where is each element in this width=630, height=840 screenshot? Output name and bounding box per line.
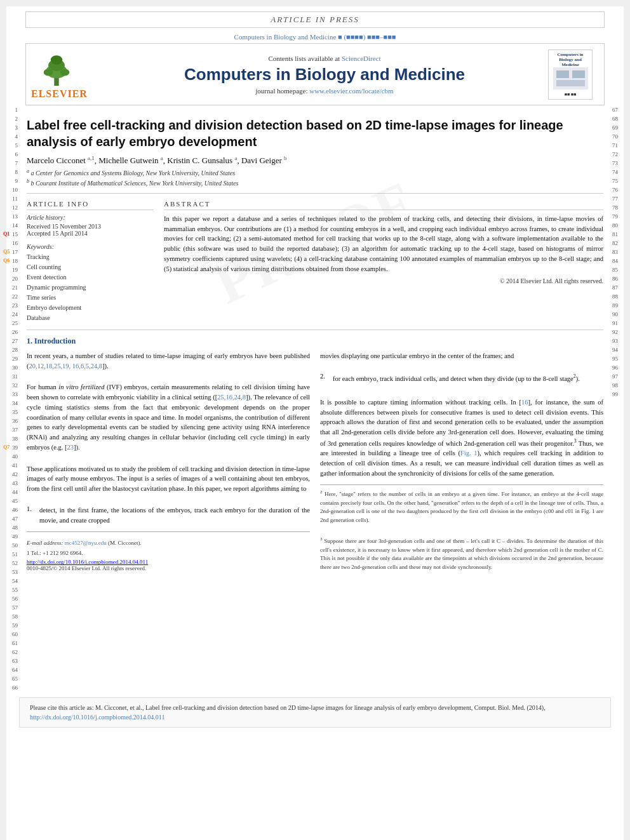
contact-email: E-mail address: mc4527@nyu.edu (M. Cicco… [27,540,310,546]
ln33: 33 [12,390,18,399]
keyword-database: Database [27,313,154,323]
ln34: 34 [12,399,18,408]
ln9: 9 [15,177,18,185]
ref-link-2[interactable]: 25,16,24,8 [217,394,246,401]
rln90: 90 [612,310,618,319]
article-title: Label free cell-tracking and division de… [27,117,603,150]
doi-link[interactable]: http://dx.doi.org/10.1016/j.compbiomed.2… [27,559,148,565]
rln81: 81 [612,230,618,239]
article-history-label: Article history: [27,214,154,221]
contact-tel: 1 Tel.: +1 212 992 6964. [27,550,310,556]
keyword-cell-counting: Cell counting [27,262,154,272]
fig1-link[interactable]: Fig. 1 [460,450,478,457]
ln38: 38 [12,434,18,443]
keyword-tracking: Tracking [27,252,154,262]
ln21: 21 [12,283,18,292]
rln80: 80 [612,221,618,230]
ln6: 6 [15,150,18,159]
ln19: 19 [12,265,18,274]
journal-link[interactable]: Computers in Biology and Medicine ■ (■■■… [234,33,396,41]
abstract-header: ABSTRACT [164,200,603,210]
list-item-2-text: for each embryo, track individual cells,… [333,373,580,383]
footnote-2: 2 Here, "stage" refers to the number of … [320,489,603,524]
ln37: 37 [12,425,18,434]
intro-right-col: movies displaying one particular embryo … [320,351,603,572]
rln76: 76 [612,185,618,194]
ln11: 11 [12,194,18,203]
elsevier-tree-icon [31,49,82,87]
ln60: 60 [12,630,18,639]
ln12: 12 [12,203,18,212]
rln89: 89 [612,301,618,310]
citation-doi-link[interactable]: http://dx.doi.org/10.1016/j.compbiomed.2… [30,714,165,721]
ln2: 2 [15,114,18,123]
ln63: 63 [12,657,18,665]
rln71: 71 [612,141,618,150]
list-item-2: 2. for each embryo, track individual cel… [320,373,603,383]
email-link[interactable]: mc4527@nyu.edu [65,540,107,546]
sciencedirect-link[interactable]: ScienceDirect [342,55,381,62]
journal-title: Computers in Biology and Medicine [107,65,542,84]
ln41: 41 [12,461,18,470]
rln72: 72 [612,150,618,159]
abstract-text: In this paper we report a database and a… [164,214,603,274]
ln47: 47 [12,514,18,523]
list-num-1: 1. [27,505,36,526]
ref-16[interactable]: 16 [521,399,528,406]
issn-line: 0010-4825/© 2014 Elsevier Ltd. All right… [27,565,310,571]
ln46: 46 [12,505,18,514]
svg-rect-7 [556,70,569,78]
intro-two-col: In recent years, a number of studies rel… [27,351,603,572]
ln32: 32 [12,381,18,390]
keyword-time-series: Time series [27,293,154,303]
ln55: 55 [12,585,18,594]
keyword-embryo-development: Embryo development [27,303,154,313]
ln39: 39 Q7 [12,443,18,452]
ln7: 7 [15,159,18,168]
doi-line: http://dx.doi.org/10.1016/j.compbiomed.2… [27,559,310,565]
keywords-section: Keywords: Tracking Cell counting Event d… [27,243,154,323]
ref-link-1[interactable]: 20,12,18,25,19, 16,6,5,24,8 [29,363,103,370]
ln57: 57 [12,603,18,612]
contents-available: Contents lists available at ScienceDirec… [107,55,542,62]
intro-section-title: 1. Introduction [27,337,603,346]
article-in-press-text: ARTICLE IN PRESS [271,15,359,24]
rln91: 91 [612,319,618,328]
ln48: 48 [12,523,18,532]
intro-para3: These applications motivated us to study… [27,464,310,494]
homepage-url[interactable]: www.elsevier.com/locate/cbm [309,87,393,95]
article-info-col: ARTICLE INFO Article history: Received 1… [27,200,154,323]
svg-point-3 [51,55,62,65]
line-numbers-left: 1 2 3 4 5 6 7 8 9 10 11 12 13 14 15 Q1 1… [6,105,20,692]
received-date: Received 15 November 2013 [27,223,154,230]
rln74: 74 [612,168,618,177]
divider-2 [27,330,603,330]
ln26: 26 [12,328,18,337]
abstract-col: ABSTRACT In this paper we report a datab… [164,200,603,323]
journal-thumb-area: Computers in Biology and Medicine ■■ ■■ [542,50,599,100]
rln82: 82 [612,239,618,248]
right-footnotes: 2 Here, "stage" refers to the number of … [320,484,603,571]
ln4: 4 [15,132,18,141]
rln88: 88 [612,292,618,301]
ln40: 40 [12,452,18,461]
citation-bar: Please cite this article as: M. Cicconet… [19,697,611,728]
svg-rect-9 [556,80,585,86]
article-info-abstract: ARTICLE INFO Article history: Received 1… [27,200,603,323]
ln42: 42 [12,470,18,479]
right-para1: It is possible to capture timing informa… [320,397,603,479]
ln25: 25 [12,319,18,328]
ln30: 30 [12,363,18,372]
svg-rect-8 [572,70,585,78]
ref-link-3[interactable]: 23 [67,444,74,451]
ln45: 45 [12,497,18,505]
journal-link-bar: Computers in Biology and Medicine ■ (■■■… [6,33,624,41]
rln92: 92 [612,328,618,337]
rln83: 83 [612,248,618,257]
article-info-header: ARTICLE INFO [27,200,154,210]
rln77: 77 [612,194,618,203]
accepted-date: Accepted 15 April 2014 [27,230,154,237]
ln31: 31 [12,372,18,381]
list-item-1-text: detect, in the first frame, the location… [39,505,310,526]
rln79: 79 [612,212,618,221]
